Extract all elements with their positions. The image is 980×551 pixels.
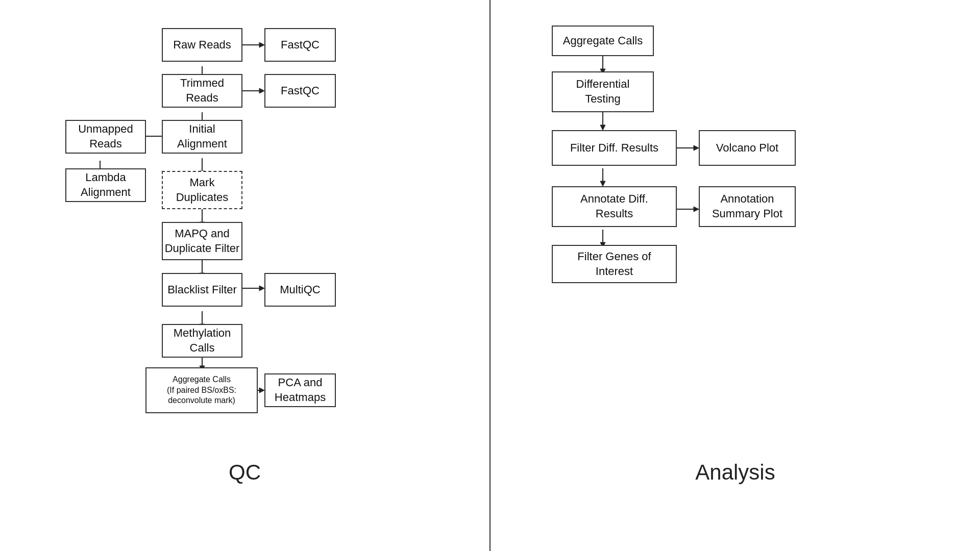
- analysis-panel: Aggregate Calls Differential Testing Fil…: [491, 0, 980, 551]
- unmapped-reads-box: Unmapped Reads: [65, 120, 146, 154]
- mark-duplicates-box: Mark Duplicates: [162, 171, 242, 209]
- svg-marker-5: [259, 88, 264, 93]
- aggregate-calls-qc-box: Aggregate Calls (If paired BS/oxBS: deco…: [145, 367, 258, 413]
- svg-marker-31: [694, 145, 699, 151]
- differential-testing-box: Differential Testing: [552, 71, 654, 112]
- initial-alignment-box: Initial Alignment: [162, 120, 242, 154]
- fastqc2-box: FastQC: [264, 74, 336, 108]
- raw-reads-box: Raw Reads: [162, 28, 242, 62]
- blacklist-filter-box: Blacklist Filter: [162, 273, 242, 307]
- qc-flow: Raw Reads FastQC Trimmed Reads FastQC Un…: [10, 10, 479, 495]
- qc-title: QC: [229, 460, 261, 485]
- lambda-alignment-box: Lambda Alignment: [65, 168, 146, 202]
- fastqc1-box: FastQC: [264, 28, 336, 62]
- pca-heatmaps-box: PCA and Heatmaps: [264, 373, 336, 407]
- svg-marker-35: [694, 207, 699, 212]
- qc-panel: Raw Reads FastQC Trimmed Reads FastQC Un…: [0, 0, 491, 551]
- svg-marker-33: [600, 181, 605, 186]
- multiqc-box: MultiQC: [264, 273, 336, 307]
- aggregate-calls-analysis-box: Aggregate Calls: [552, 26, 654, 56]
- mapq-filter-box: MAPQ and Duplicate Filter: [162, 222, 242, 260]
- svg-marker-19: [259, 286, 264, 291]
- annotation-summary-plot-box: Annotation Summary Plot: [699, 186, 796, 227]
- trimmed-reads-box: Trimmed Reads: [162, 74, 242, 108]
- analysis-flow: Aggregate Calls Differential Testing Fil…: [501, 10, 970, 495]
- filter-genes-box: Filter Genes of Interest: [552, 245, 677, 283]
- svg-marker-25: [259, 388, 264, 393]
- svg-marker-1: [259, 42, 264, 47]
- svg-marker-29: [600, 125, 605, 130]
- methylation-calls-box: Methylation Calls: [162, 324, 242, 358]
- qc-arrows: [10, 10, 479, 495]
- analysis-title: Analysis: [695, 460, 775, 485]
- annotate-diff-results-box: Annotate Diff. Results: [552, 186, 677, 227]
- filter-diff-results-box: Filter Diff. Results: [552, 130, 677, 166]
- volcano-plot-box: Volcano Plot: [699, 130, 796, 166]
